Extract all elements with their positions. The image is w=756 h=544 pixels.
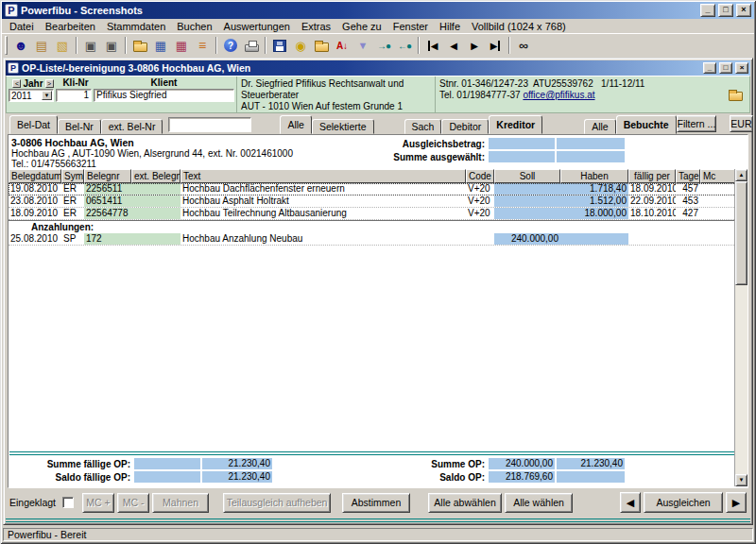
- menu-vollbild[interactable]: Vollbild (1024 x 768): [466, 20, 572, 33]
- summe-ausgewaehlt-label: Summe ausgewählt:: [375, 152, 489, 162]
- tab-alle-2[interactable]: Alle: [584, 119, 616, 134]
- tab-ext-bel-nr[interactable]: ext. Bel-Nr: [101, 119, 163, 134]
- minimize-icon[interactable]: _: [700, 4, 715, 17]
- menu-extras[interactable]: Extras: [296, 20, 336, 33]
- menu-gehezu[interactable]: Gehe zu: [336, 20, 387, 33]
- unassign-button[interactable]: ←●: [394, 36, 415, 55]
- eur-button[interactable]: EUR: [730, 115, 752, 132]
- table-row-anzahlung[interactable]: 25.08.2010 SP 172 Hochbau Anzahlung Neub…: [9, 233, 747, 246]
- close-icon[interactable]: ×: [736, 4, 751, 17]
- col-belegdatum[interactable]: Belegdatum: [9, 169, 61, 183]
- col-sym[interactable]: Sym: [61, 169, 84, 183]
- tab-sach[interactable]: Sach: [404, 119, 442, 134]
- toolbar-separator: [265, 37, 266, 54]
- table-row[interactable]: 18.09.2010 ER 22564778 Hochbau Teilrechn…: [9, 208, 747, 220]
- year-combobox[interactable]: 2011 ▼: [9, 89, 54, 102]
- nav-prev-button[interactable]: ◀: [443, 36, 464, 55]
- chevron-down-icon[interactable]: ▼: [42, 91, 52, 100]
- col-tage[interactable]: Tage: [676, 169, 700, 183]
- toolbar-separator: [215, 37, 217, 54]
- search-input[interactable]: [168, 117, 251, 132]
- tab-kreditor[interactable]: Kreditor: [489, 115, 542, 134]
- alle-waehlen-button[interactable]: Alle wählen: [505, 493, 573, 513]
- teilausgleich-aufheben-button[interactable]: Teilausgleich aufheben: [223, 493, 331, 513]
- table-row[interactable]: 19.08.2010 ER 2256511 Hochbau Dachfläche…: [9, 183, 747, 196]
- window-list2-button[interactable]: ▣: [101, 36, 122, 55]
- find-button[interactable]: ∞: [513, 36, 534, 55]
- tab-alle-1[interactable]: Alle: [280, 115, 312, 134]
- col-text[interactable]: Text: [180, 169, 466, 183]
- menu-bearbeiten[interactable]: Bearbeiten: [40, 20, 101, 33]
- filtern-button[interactable]: Filtern ...: [677, 115, 717, 132]
- mahnen-button[interactable]: Mahnen: [152, 493, 209, 513]
- table-row[interactable]: 23.08.2010 ER 0651411 Hochbau Asphalt Ho…: [9, 196, 747, 208]
- vertical-scrollbar[interactable]: ▲ ▼: [734, 169, 747, 486]
- email-link[interactable]: office@pfifikus.at: [523, 90, 594, 100]
- save-icon: [273, 40, 286, 52]
- col-faellig-per[interactable]: fällig per: [628, 169, 676, 183]
- menu-fenster[interactable]: Fenster: [387, 20, 434, 33]
- assign-button[interactable]: →●: [373, 36, 394, 55]
- cell-code: [466, 233, 494, 245]
- help-button[interactable]: ?: [220, 36, 241, 55]
- scroll-down-icon[interactable]: ▼: [735, 474, 747, 486]
- year-prev-button[interactable]: <: [12, 79, 21, 88]
- menu-stammdaten[interactable]: Stammdaten: [101, 20, 171, 33]
- tab-debitor[interactable]: Debitor: [441, 119, 489, 134]
- menu-datei[interactable]: Datei: [4, 20, 40, 33]
- ausgleichen-button[interactable]: Ausgleichen: [644, 492, 723, 513]
- nav-next-button[interactable]: ▶: [464, 36, 485, 55]
- menu-buchen[interactable]: Buchen: [171, 20, 217, 33]
- lamp-button[interactable]: ◉: [290, 36, 311, 55]
- abstimmen-button[interactable]: Abstimmen: [342, 493, 410, 513]
- save-button[interactable]: [269, 36, 290, 55]
- ausgleichen-next-button[interactable]: ▶: [726, 492, 747, 513]
- scroll-up-icon[interactable]: ▲: [735, 169, 747, 181]
- documents-button[interactable]: ▧: [52, 36, 73, 55]
- col-code[interactable]: Code: [466, 169, 494, 183]
- col-belegnr[interactable]: Belegnr: [84, 169, 131, 183]
- contact-card-button[interactable]: ▤: [31, 36, 52, 55]
- col-soll[interactable]: Soll: [494, 169, 560, 183]
- klient-field[interactable]: Pfifikus Siegfried: [94, 89, 234, 102]
- folder2-button[interactable]: [311, 36, 332, 55]
- maximize-icon[interactable]: □: [718, 4, 733, 17]
- ausgleichen-prev-button[interactable]: ◀: [620, 492, 641, 513]
- col-mc[interactable]: Mc: [700, 169, 738, 183]
- print-button[interactable]: [241, 36, 262, 55]
- menu-hilfe[interactable]: Hilfe: [434, 20, 466, 33]
- sort-button[interactable]: A↓: [332, 36, 352, 55]
- alle-abwaehlen-button[interactable]: Alle abwählen: [428, 493, 502, 513]
- scrollbar-thumb[interactable]: [735, 181, 747, 285]
- inner-title-bar: P OP-Liste/-bereinigung 3-0806 Hochbau A…: [6, 60, 750, 76]
- user-button[interactable]: ☻: [10, 36, 31, 55]
- journal-button[interactable]: ▦: [150, 36, 171, 55]
- inner-close-icon[interactable]: ×: [735, 62, 748, 74]
- inner-maximize-icon[interactable]: □: [719, 62, 732, 74]
- eingeklagt-checkbox[interactable]: [62, 497, 74, 508]
- nav-first-button[interactable]: ◀: [422, 36, 443, 55]
- toolbar-grip[interactable]: [5, 36, 8, 55]
- menu-auswertungen[interactable]: Auswertungen: [218, 20, 296, 33]
- nav-last-button[interactable]: ▶: [485, 36, 506, 55]
- col-haben[interactable]: Haben: [560, 169, 628, 183]
- tab-bebuchte[interactable]: Bebuchte: [616, 115, 677, 134]
- cell-tage: 457: [676, 183, 700, 195]
- open-folder-button[interactable]: [129, 36, 150, 55]
- mc-minus-button[interactable]: MC -: [117, 493, 149, 513]
- col-ext-belegnr[interactable]: ext. Belegnr: [131, 169, 180, 183]
- inner-minimize-icon[interactable]: _: [703, 62, 716, 74]
- cell-haben: 1.512,00: [560, 196, 628, 207]
- filter-button[interactable]: ▼: [352, 36, 373, 55]
- hierarchy-button[interactable]: ≡: [192, 36, 213, 55]
- year-next-button[interactable]: >: [45, 79, 54, 88]
- mc-plus-button[interactable]: MC +: [82, 493, 114, 513]
- tab-bel-dat[interactable]: Bel-Dat: [9, 115, 58, 134]
- accounts-button[interactable]: ▦: [171, 36, 192, 55]
- klinr-field[interactable]: 1: [56, 89, 92, 102]
- client-folder-button[interactable]: [721, 76, 749, 112]
- folder-icon: [315, 42, 329, 52]
- window-list-button[interactable]: ▣: [80, 36, 101, 55]
- tab-bel-nr[interactable]: Bel-Nr: [58, 119, 101, 134]
- tab-selektierte[interactable]: Selektierte: [312, 119, 374, 134]
